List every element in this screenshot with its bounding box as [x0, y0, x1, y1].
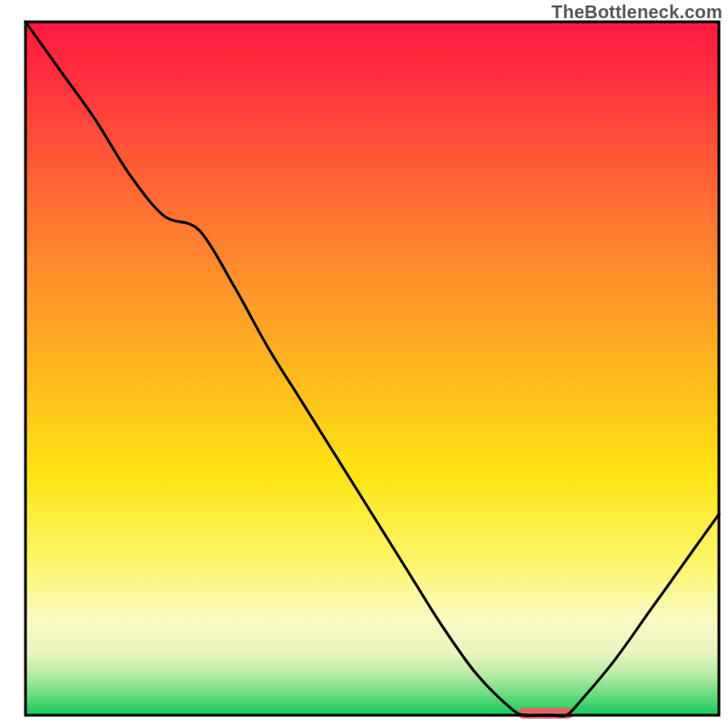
chart-svg	[0, 0, 728, 728]
bottleneck-curve-chart	[0, 0, 728, 728]
chart-background-gradient	[25, 22, 719, 715]
watermark-text: TheBottleneck.com	[551, 2, 723, 23]
